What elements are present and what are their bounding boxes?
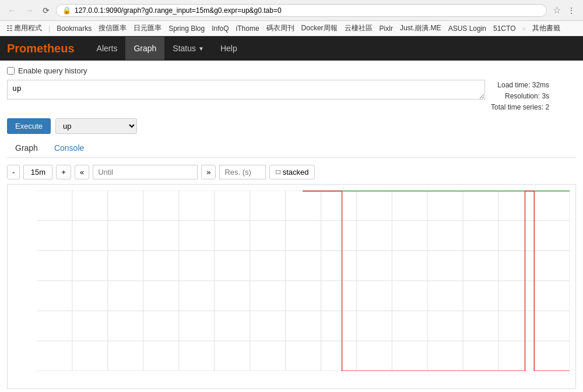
bookmark-docker[interactable]: Docker周報 — [300, 23, 339, 34]
query-info: Load time: 32ms Resolution: 3s Total tim… — [491, 80, 549, 114]
nav-alerts[interactable]: Alerts — [89, 37, 126, 60]
range-select[interactable]: up 1m 5m 15m 30m 1h — [55, 118, 137, 134]
extensions-button[interactable]: ⋮ — [564, 5, 578, 16]
bookmark-infoq[interactable]: InfoQ — [210, 24, 230, 33]
bookmark-pixlr[interactable]: Pixlr — [378, 24, 395, 33]
address-bar[interactable]: 127.0.0.1:9090/graph?g0.range_input=15m&… — [75, 6, 540, 15]
tab-console[interactable]: Console — [46, 140, 92, 157]
bookmark-ithome[interactable]: iThome — [234, 24, 261, 33]
bookmark-51cto[interactable]: 51CTO — [491, 24, 517, 33]
nav-links: Alerts Graph Status ▼ Help — [89, 37, 245, 60]
bookmark-other[interactable]: 其他書籤 — [531, 23, 562, 34]
stacked-checkbox-icon: □ — [276, 168, 280, 176]
stacked-button[interactable]: □ stacked — [269, 165, 315, 179]
bookmark-yunxi[interactable]: 云棲社區 — [343, 23, 374, 34]
graph-controls: - + « » □ stacked — [7, 165, 576, 179]
nav-status[interactable]: Status ▼ — [164, 37, 212, 60]
back-time-button[interactable]: « — [75, 165, 89, 179]
brand-logo[interactable]: Prometheus — [7, 42, 75, 55]
range-input[interactable] — [23, 165, 52, 179]
forward-time-button[interactable]: » — [201, 165, 216, 179]
enable-history-checkbox[interactable] — [7, 67, 15, 75]
res-input[interactable] — [219, 165, 266, 179]
bookmark-asus[interactable]: ASUS Login — [447, 24, 488, 33]
bookmark-apps[interactable]: ☷ 應用程式 — [5, 23, 44, 34]
bookmarks-bar: ☷ 應用程式 | Bookmarks 搜信匯率 日元匯率 Spring Blog… — [0, 21, 583, 36]
execute-button[interactable]: Execute — [7, 118, 51, 134]
back-button[interactable]: ← — [5, 5, 19, 16]
apps-icon: ☷ — [6, 24, 13, 33]
bookmark-bookmarks[interactable]: Bookmarks — [55, 24, 93, 33]
bookmark-mayi[interactable]: 碼衣周刊 — [265, 23, 296, 34]
enable-history-label: Enable query history — [18, 66, 87, 75]
forward-button[interactable]: → — [22, 5, 36, 16]
until-input[interactable] — [93, 165, 198, 179]
lock-icon: 🔒 — [62, 6, 71, 15]
load-time: Load time: 32ms — [491, 80, 549, 91]
bookmark-suixin[interactable]: 搜信匯率 — [97, 23, 128, 34]
nav-help[interactable]: Help — [212, 37, 245, 60]
query-history-row: Enable query history — [7, 66, 576, 75]
graph-svg: 1 0.8 0.6 0.4 0.2 0 1 2 3 4 5 6 7 8 9 10… — [37, 190, 570, 371]
reload-button[interactable]: ⟳ — [40, 5, 52, 16]
resolution: Resolution: 3s — [491, 91, 549, 102]
query-input[interactable]: up — [7, 80, 485, 100]
graph-container: 1 0.8 0.6 0.4 0.2 0 1 2 3 4 5 6 7 8 9 10… — [7, 184, 576, 389]
tab-graph[interactable]: Graph — [7, 140, 46, 157]
nav-bar: Prometheus Alerts Graph Status ▼ Help — [0, 36, 583, 61]
graph-section: Graph Console - + « » □ stacked — [7, 140, 576, 392]
bookmark-riyuan[interactable]: 日元匯率 — [132, 23, 163, 34]
graph-tabs: Graph Console — [7, 140, 576, 158]
main-content: Enable query history up Load time: 32ms … — [0, 61, 583, 392]
status-dropdown-icon: ▼ — [198, 45, 204, 52]
bookmark-spring[interactable]: Spring Blog — [167, 24, 206, 33]
bookmark-just[interactable]: Just.崩潰.ME — [398, 23, 443, 34]
zoom-in-button[interactable]: + — [56, 165, 71, 179]
bookmark-star-icon[interactable]: ☆ — [553, 5, 561, 16]
total-series: Total time series: 2 — [491, 102, 549, 113]
execute-row: Execute up 1m 5m 15m 30m 1h — [7, 118, 576, 134]
nav-graph[interactable]: Graph — [125, 37, 164, 60]
zoom-out-button[interactable]: - — [7, 165, 20, 179]
query-area: up Load time: 32ms Resolution: 3s Total … — [7, 80, 576, 114]
browser-toolbar: ← → ⟳ 🔒 127.0.0.1:9090/graph?g0.range_in… — [0, 0, 583, 21]
